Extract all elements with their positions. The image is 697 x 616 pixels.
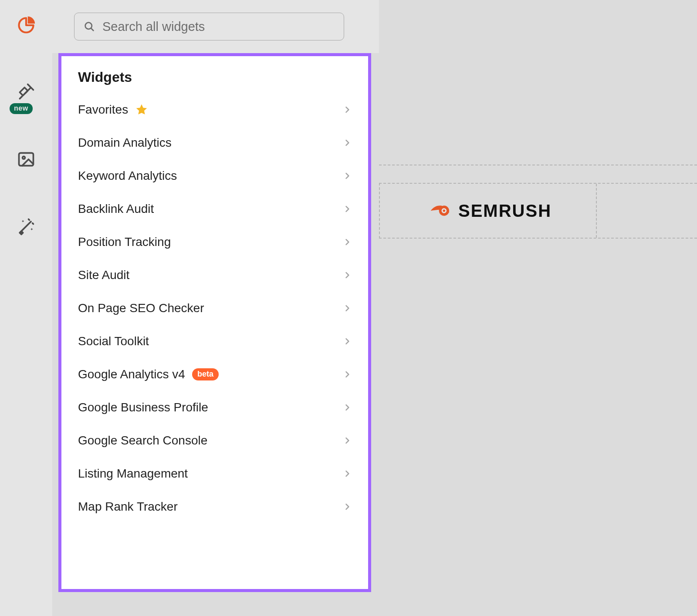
widget-item-label: Listing Management [78, 467, 188, 481]
widget-item[interactable]: Map Rank Tracker [61, 490, 368, 523]
chevron-right-icon [343, 502, 352, 511]
chevron-right-icon [343, 205, 352, 213]
widget-item-label: Google Business Profile [78, 401, 208, 414]
widget-item[interactable]: Google Analytics v4beta [61, 358, 368, 391]
widget-item[interactable]: Keyword Analytics [61, 159, 368, 192]
widget-item[interactable]: Google Business Profile [61, 391, 368, 424]
widget-item-left: Keyword Analytics [78, 169, 177, 183]
new-badge: new [10, 103, 33, 114]
rail-wand-button[interactable] [12, 212, 40, 240]
rail-plug-button[interactable]: new [12, 78, 40, 106]
widget-item-label: Backlink Audit [78, 202, 154, 216]
chevron-right-icon [343, 172, 352, 180]
widget-item[interactable]: Social Toolkit [61, 325, 368, 358]
search-input[interactable] [102, 20, 335, 34]
widget-item-label: On Page SEO Checker [78, 301, 204, 315]
semrush-fire-icon [428, 199, 452, 223]
widget-item-label: Keyword Analytics [78, 169, 177, 183]
left-rail: new [0, 0, 52, 616]
magic-wand-icon [17, 217, 36, 236]
widget-item-label: Social Toolkit [78, 334, 149, 348]
widget-item-left: Position Tracking [78, 235, 171, 249]
drop-area-top[interactable] [379, 0, 697, 165]
widget-item-label: Google Search Console [78, 434, 207, 448]
widget-item-left: Map Rank Tracker [78, 500, 178, 514]
search-icon [83, 20, 95, 33]
widget-list: FavoritesDomain AnalyticsKeyword Analyti… [61, 93, 368, 523]
chevron-right-icon [343, 337, 352, 346]
widget-item-left: Google Search Console [78, 434, 207, 448]
chevron-right-icon [343, 271, 352, 279]
chevron-right-icon [343, 370, 352, 379]
panel-title: Widgets [61, 69, 368, 93]
widget-item-label: Position Tracking [78, 235, 171, 249]
chevron-right-icon [343, 304, 352, 313]
svg-point-5 [443, 209, 446, 212]
widget-item-label: Google Analytics v4 [78, 367, 185, 381]
chevron-right-icon [343, 238, 352, 246]
pie-chart-icon [17, 16, 36, 35]
chevron-right-icon [343, 105, 352, 114]
image-icon [17, 150, 36, 169]
brand-logo: SEMRUSH [428, 199, 552, 223]
widget-item-left: Favorites [78, 103, 148, 117]
widget-item[interactable]: Favorites [61, 93, 368, 126]
widget-item[interactable]: Google Search Console [61, 424, 368, 457]
drop-area-divider [596, 184, 597, 238]
chevron-right-icon [343, 469, 352, 478]
widget-item-left: Site Audit [78, 268, 129, 282]
brand-name: SEMRUSH [458, 201, 552, 221]
chevron-right-icon [343, 138, 352, 147]
canvas: SEMRUSH [379, 0, 697, 616]
rail-chart-button[interactable] [12, 11, 40, 39]
widget-item-label: Favorites [78, 103, 128, 117]
widget-item[interactable]: On Page SEO Checker [61, 292, 368, 325]
widgets-panel: Widgets FavoritesDomain AnalyticsKeyword… [58, 53, 371, 592]
widget-item-label: Site Audit [78, 268, 129, 282]
widget-item-left: Backlink Audit [78, 202, 154, 216]
widget-item-left: On Page SEO Checker [78, 301, 204, 315]
widget-item-left: Social Toolkit [78, 334, 149, 348]
drop-area-brand[interactable]: SEMRUSH [379, 183, 697, 239]
widget-item-left: Google Business Profile [78, 401, 208, 414]
star-icon [135, 103, 148, 116]
search-field[interactable] [74, 13, 344, 40]
svg-point-1 [23, 156, 25, 159]
widget-item[interactable]: Listing Management [61, 457, 368, 490]
chevron-right-icon [343, 436, 352, 445]
widget-item[interactable]: Position Tracking [61, 226, 368, 259]
widget-item[interactable]: Site Audit [61, 259, 368, 292]
beta-badge: beta [192, 368, 219, 380]
widget-item-left: Google Analytics v4beta [78, 367, 219, 381]
chevron-right-icon [343, 403, 352, 412]
widget-item-label: Map Rank Tracker [78, 500, 178, 514]
svg-rect-0 [19, 153, 34, 165]
plug-icon [17, 83, 36, 102]
rail-image-button[interactable] [12, 145, 40, 173]
widget-item[interactable]: Backlink Audit [61, 192, 368, 226]
widget-item[interactable]: Domain Analytics [61, 126, 368, 159]
widget-item-left: Listing Management [78, 467, 188, 481]
widget-item-label: Domain Analytics [78, 136, 172, 150]
widget-item-left: Domain Analytics [78, 136, 172, 150]
